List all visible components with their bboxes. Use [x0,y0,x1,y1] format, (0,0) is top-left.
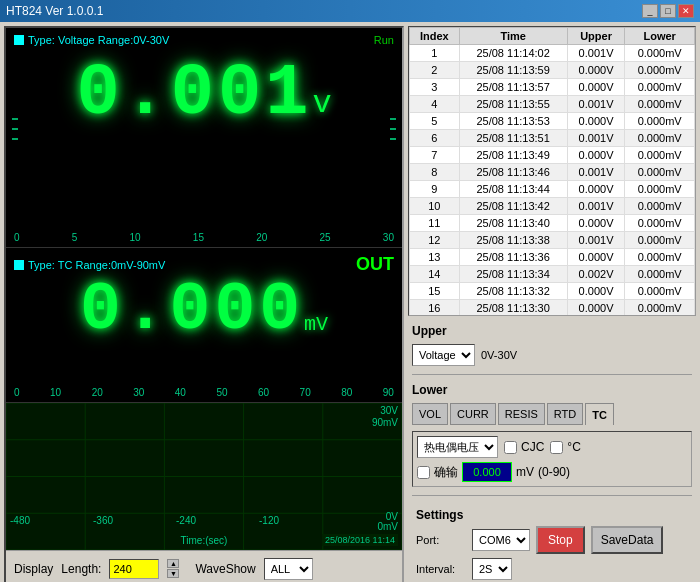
cell-upper: 0.000V [567,79,625,96]
tab-curr[interactable]: CURR [450,403,496,425]
data-table-container[interactable]: Index Time Upper Lower 1 25/08 11:14:02 … [408,26,696,316]
table-row: 6 25/08 11:13:51 0.001V 0.000mV [410,130,695,147]
cell-upper: 0.000V [567,181,625,198]
cell-upper: 0.000V [567,147,625,164]
divider-2 [412,495,692,496]
tab-resis[interactable]: RESIS [498,403,545,425]
cell-index: 5 [410,113,460,130]
upper-label: Upper [412,324,457,338]
cell-upper: 0.001V [567,164,625,181]
table-row: 7 25/08 11:13:49 0.000V 0.000mV [410,147,695,164]
cell-upper: 0.001V [567,232,625,249]
cell-index: 11 [410,215,460,232]
tab-vol[interactable]: VOL [412,403,448,425]
waveshow-select[interactable]: ALL CH1 CH2 [264,558,313,580]
tab-rtd[interactable]: RTD [547,403,583,425]
cell-lower: 0.000mV [625,232,695,249]
cell-lower: 0.000mV [625,300,695,317]
upper-control-row: Upper [412,324,692,338]
cell-index: 14 [410,266,460,283]
run-label: Run [374,34,394,46]
table-row: 5 25/08 11:13:53 0.000V 0.000mV [410,113,695,130]
table-row: 15 25/08 11:13:32 0.000V 0.000mV [410,283,695,300]
celsius-checkbox[interactable] [550,441,563,454]
upper-type-select[interactable]: Voltage CURR RESIS [412,344,475,366]
cell-index: 1 [410,45,460,62]
scope-panel: Type: Voltage Range:0V-30V Run 0.001 v [4,26,404,582]
cell-index: 2 [410,62,460,79]
tc-type-select[interactable]: 热电偶电压 K型 J型 [417,436,498,458]
cell-index: 7 [410,147,460,164]
port-select[interactable]: COM6 COM1 COM2 [472,529,530,551]
cell-time: 25/08 11:13:49 [459,147,567,164]
tab-tc[interactable]: TC [585,403,614,425]
table-row: 8 25/08 11:13:46 0.001V 0.000mV [410,164,695,181]
port-row: Port: COM6 COM1 COM2 Stop SaveData [416,526,688,554]
output-range: (0-90) [538,465,570,479]
cell-lower: 0.000mV [625,147,695,164]
output-value-input[interactable] [462,462,512,482]
cell-index: 3 [410,79,460,96]
maximize-button[interactable]: □ [660,4,676,18]
minimize-button[interactable]: _ [642,4,658,18]
content-area: Type: Voltage Range:0V-30V Run 0.001 v [4,26,696,582]
display-label: Display [14,562,53,576]
voltage-scope: Type: Voltage Range:0V-30V Run 0.001 v [6,28,402,248]
cell-time: 25/08 11:13:38 [459,232,567,249]
app-title: HT824 Ver 1.0.0.1 [6,4,103,18]
cell-index: 12 [410,232,460,249]
voltage-indicator [14,35,24,45]
cell-time: 25/08 11:13:46 [459,164,567,181]
chart-label-90mv: 90mV [372,417,398,428]
cell-time: 25/08 11:13:40 [459,215,567,232]
voltage-unit: v [312,85,331,122]
tc-row-1: 热电偶电压 K型 J型 CJC °C [417,436,687,458]
cell-upper: 0.002V [567,266,625,283]
cell-index: 9 [410,181,460,198]
cell-upper: 0.001V [567,198,625,215]
interval-select[interactable]: 2S 1S 5S [472,558,512,580]
settings-label: Settings [416,508,688,522]
tc-scale: 0 10 20 30 40 50 60 70 80 90 [14,387,394,398]
cell-time: 25/08 11:13:34 [459,266,567,283]
cell-lower: 0.000mV [625,249,695,266]
length-spinner[interactable]: ▲ ▼ [167,559,179,578]
cell-lower: 0.000mV [625,215,695,232]
table-row: 9 25/08 11:13:44 0.000V 0.000mV [410,181,695,198]
cell-lower: 0.000mV [625,266,695,283]
cell-lower: 0.000mV [625,130,695,147]
cell-time: 25/08 11:13:36 [459,249,567,266]
col-index: Index [410,28,460,45]
cjc-checkbox[interactable] [504,441,517,454]
stop-button[interactable]: Stop [536,526,585,554]
cell-lower: 0.000mV [625,283,695,300]
length-down-button[interactable]: ▼ [167,569,179,578]
close-button[interactable]: ✕ [678,4,694,18]
main-window: Type: Voltage Range:0V-30V Run 0.001 v [0,22,700,582]
save-data-button[interactable]: SaveData [591,526,664,554]
cell-lower: 0.000mV [625,198,695,215]
cell-upper: 0.000V [567,62,625,79]
chart-label-0mv: 0mV [377,521,398,532]
cell-index: 8 [410,164,460,181]
cell-time: 25/08 11:13:57 [459,79,567,96]
cell-time: 25/08 11:13:55 [459,96,567,113]
col-lower: Lower [625,28,695,45]
cell-lower: 0.000mV [625,164,695,181]
length-up-button[interactable]: ▲ [167,559,179,568]
cell-time: 25/08 11:13:59 [459,62,567,79]
length-input[interactable] [109,559,159,579]
col-time: Time [459,28,567,45]
interval-label: Interval: [416,563,466,575]
lower-tabs: VOL CURR RESIS RTD TC [412,403,692,425]
title-bar: HT824 Ver 1.0.0.1 _ □ ✕ [0,0,700,22]
cell-upper: 0.000V [567,283,625,300]
cell-index: 13 [410,249,460,266]
cell-time: 25/08 11:13:30 [459,300,567,317]
cell-time: 25/08 11:13:51 [459,130,567,147]
cell-index: 10 [410,198,460,215]
output-checkbox[interactable] [417,466,430,479]
upper-select-row: Voltage CURR RESIS 0V-30V [412,344,692,366]
table-row: 12 25/08 11:13:38 0.001V 0.000mV [410,232,695,249]
table-row: 1 25/08 11:14:02 0.001V 0.000mV [410,45,695,62]
